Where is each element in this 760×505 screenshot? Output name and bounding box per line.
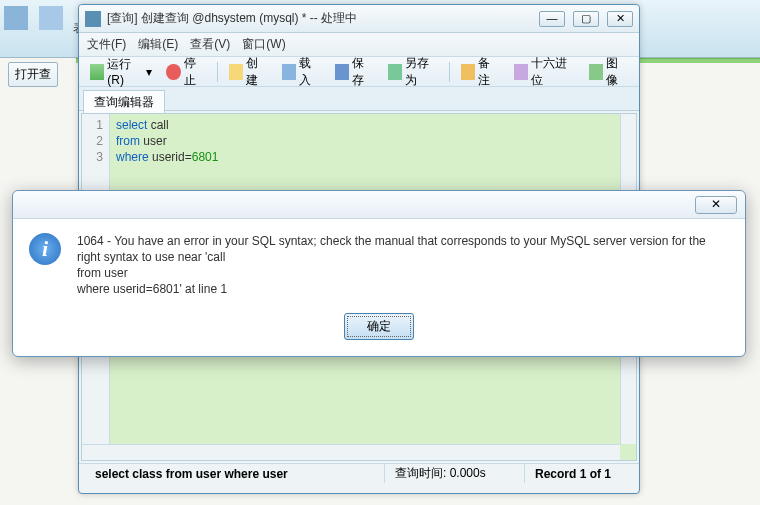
chevron-down-icon: ▾: [146, 65, 152, 79]
status-record: Record 1 of 1: [525, 464, 621, 483]
bg-icon: [39, 6, 63, 30]
bg-open-button[interactable]: 打开查: [8, 62, 58, 87]
separator: [449, 62, 450, 82]
keyword: where: [116, 150, 149, 164]
status-time: 查询时间: 0.000s: [385, 464, 525, 483]
menu-edit[interactable]: 编辑(E): [138, 36, 178, 53]
number: 6801: [192, 150, 219, 164]
image-button[interactable]: 图像: [584, 52, 633, 92]
titlebar: [查询] 创建查询 @dhsystem (mysql) * -- 处理中 — ▢…: [79, 5, 639, 33]
code-line: select call: [116, 117, 218, 133]
keyword: from: [116, 134, 140, 148]
status-sql: select class from user where user: [85, 464, 385, 483]
error-line: where userid=6801' at line 1: [77, 281, 729, 297]
code-line: from user: [116, 133, 218, 149]
dialog-message: 1064 - You have an error in your SQL syn…: [77, 233, 729, 297]
maximize-button[interactable]: ▢: [573, 11, 599, 27]
load-label: 载入: [299, 55, 321, 89]
note-button[interactable]: 备注: [456, 52, 505, 92]
new-label: 创建: [246, 55, 268, 89]
background-left-panel: 打开查: [8, 62, 78, 87]
horizontal-scrollbar[interactable]: [82, 444, 620, 460]
saveas-icon: [388, 64, 402, 80]
dialog-close-button[interactable]: ✕: [695, 196, 737, 214]
saveas-button[interactable]: 另存为: [383, 52, 443, 92]
note-label: 备注: [478, 55, 500, 89]
identifier: call: [147, 118, 168, 132]
keyword: select: [116, 118, 147, 132]
save-icon: [335, 64, 349, 80]
image-icon: [589, 64, 603, 80]
dialog-buttons: 确定: [13, 313, 745, 356]
stop-button[interactable]: 停止: [161, 52, 210, 92]
info-icon: i: [29, 233, 61, 265]
save-button[interactable]: 保存: [330, 52, 379, 92]
load-icon: [282, 64, 296, 80]
toolbar: 运行(R)▾ 停止 创建 载入 保存 另存为 备注 十六进位 图像: [79, 57, 639, 87]
menu-window[interactable]: 窗口(W): [242, 36, 285, 53]
close-button[interactable]: ✕: [607, 11, 633, 27]
saveas-label: 另存为: [405, 55, 438, 89]
run-label: 运行(R): [107, 56, 143, 87]
dialog-titlebar: ✕: [13, 191, 745, 219]
window-title: [查询] 创建查询 @dhsystem (mysql) * -- 处理中: [107, 10, 539, 27]
hex-label: 十六进位: [531, 55, 574, 89]
error-line: 1064 - You have an error in your SQL syn…: [77, 233, 729, 265]
line-number: 1: [82, 117, 103, 133]
hex-button[interactable]: 十六进位: [509, 52, 580, 92]
load-button[interactable]: 载入: [277, 52, 326, 92]
stop-label: 停止: [184, 55, 206, 89]
line-number: 2: [82, 133, 103, 149]
new-button[interactable]: 创建: [224, 52, 273, 92]
image-label: 图像: [606, 55, 628, 89]
run-icon: [90, 64, 104, 80]
stop-icon: [166, 64, 180, 80]
error-line: from user: [77, 265, 729, 281]
new-icon: [229, 64, 243, 80]
tab-query-editor[interactable]: 查询编辑器: [83, 90, 165, 115]
code-line: where userid=6801: [116, 149, 218, 165]
menu-view[interactable]: 查看(V): [190, 36, 230, 53]
line-number: 3: [82, 149, 103, 165]
run-button[interactable]: 运行(R)▾: [85, 53, 157, 90]
status-bar: select class from user where user 查询时间: …: [79, 463, 639, 483]
note-icon: [461, 64, 475, 80]
minimize-button[interactable]: —: [539, 11, 565, 27]
separator: [217, 62, 218, 82]
dialog-body: i 1064 - You have an error in your SQL s…: [13, 219, 745, 313]
identifier: userid=: [149, 150, 192, 164]
save-label: 保存: [352, 55, 374, 89]
identifier: user: [140, 134, 167, 148]
ok-button[interactable]: 确定: [344, 313, 414, 340]
bg-icon: [4, 6, 28, 30]
error-dialog: ✕ i 1064 - You have an error in your SQL…: [12, 190, 746, 357]
hex-icon: [514, 64, 528, 80]
app-icon: [85, 11, 101, 27]
menu-file[interactable]: 文件(F): [87, 36, 126, 53]
